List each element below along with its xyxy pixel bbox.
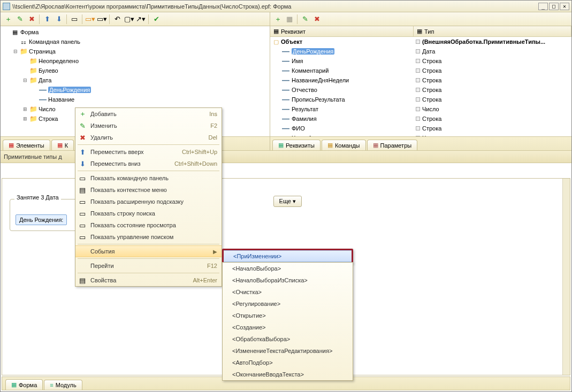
type-value: Дата — [422, 48, 435, 55]
tree-row[interactable]: ▦Форма — [3, 27, 270, 37]
menu-item[interactable]: ▭Показать строку поиска — [75, 207, 222, 219]
maximize-button[interactable]: □ — [549, 3, 559, 10]
type-value: Строка — [422, 58, 441, 64]
tree-label: ДеньРождения — [48, 87, 91, 93]
req-name: ФИО — [292, 125, 305, 132]
tool-button[interactable]: ↗▾ — [135, 14, 146, 25]
menu-item[interactable]: ▤Показать контекстное меню — [75, 184, 222, 196]
check-button[interactable]: ✔ — [151, 14, 162, 25]
add-button[interactable]: ＋ — [3, 14, 13, 25]
menu-item[interactable]: ▭Показать управление поиском — [75, 231, 222, 243]
grid-row[interactable]: —ДеньРожденияДата — [270, 47, 571, 56]
scrollbar[interactable] — [562, 179, 570, 375]
tool-button[interactable]: ▦ — [284, 14, 295, 25]
tab-parameters[interactable]: ▦Параметры — [367, 140, 418, 150]
menu-item[interactable]: <НачалоВыбора> — [223, 263, 353, 274]
menu-shortcut: F2 — [210, 122, 217, 129]
tab-form[interactable]: ▦Форма — [5, 379, 43, 390]
req-name: Результат — [292, 106, 318, 112]
tree-row[interactable]: ⊟📁Дата — [3, 75, 270, 85]
context-submenu[interactable]: <НачалоВыбора><НачалоВыбораИзСписка><Очи… — [222, 262, 353, 381]
tree-row[interactable]: ⚏Командная панель — [3, 37, 270, 47]
type-value: Строка — [422, 77, 441, 83]
minimize-button[interactable]: _ — [538, 3, 548, 10]
tree-row[interactable]: 📁Неопределено — [3, 56, 270, 66]
grid-row[interactable]: —НазваниеДняНеделиСтрока — [270, 75, 571, 85]
tree-row[interactable]: —ДеньРождения — [3, 85, 270, 95]
tree-label: Командная панель — [29, 39, 80, 45]
tab-requisites[interactable]: ▦Реквизиты — [272, 140, 321, 150]
menu-item[interactable]: ПерейтиF12 — [75, 260, 222, 272]
menu-item[interactable]: <Очистка> — [223, 286, 353, 298]
grid-row[interactable]: —ИмяСтрока — [270, 56, 571, 66]
menu-item[interactable]: ✖УдалитьDel — [75, 132, 222, 143]
context-menu[interactable]: ＋ДобавитьIns✎ИзменитьF2✖УдалитьDel⬆Перем… — [75, 107, 222, 287]
menu-icon: ⬇ — [78, 160, 87, 168]
menu-icon: ✎ — [78, 122, 87, 130]
tab-label: Элементы — [16, 142, 44, 149]
edit-button[interactable]: ✎ — [14, 14, 25, 25]
tab-elements[interactable]: ▦Элементы — [3, 140, 50, 150]
context-submenu-highlight[interactable]: <ПриИзменении> — [222, 249, 353, 264]
tab-commands[interactable]: ▦Команды — [322, 140, 366, 150]
menu-item[interactable]: <Открытие> — [223, 310, 353, 321]
grid-row[interactable]: —ФамилияСтрока — [270, 114, 571, 124]
grid-row[interactable]: —ПрописьРезультатаСтрока — [270, 95, 571, 104]
more-button[interactable]: Еще ▾ — [273, 196, 302, 207]
menu-icon: ▭ — [78, 210, 87, 218]
menu-separator — [78, 273, 219, 273]
tool-button[interactable]: ▭▾ — [96, 14, 107, 25]
menu-item[interactable]: ▤СвойстваAlt+Enter — [75, 274, 222, 286]
menu-item[interactable]: <ОкончаниеВводаТекста> — [223, 368, 353, 380]
tool-button[interactable]: ▢▾ — [124, 14, 134, 25]
type-icon — [416, 97, 420, 102]
menu-item[interactable]: ▭Показать состояние просмотра — [75, 219, 222, 231]
left-toolbar: ＋ ✎ ✖ ⬆ ⬇ ▭ ▭▾ ▭▾ ↶ ▢▾ ↗▾ ✔ — [1, 12, 270, 26]
menu-item[interactable]: ⬆Переместить вверхCtrl+Shift+Up — [75, 146, 222, 158]
menu-item-on-change[interactable]: <ПриИзменении> — [224, 250, 352, 262]
move-up-button[interactable]: ⬆ — [42, 14, 52, 25]
tree-row[interactable]: —Название — [3, 95, 270, 104]
menu-item[interactable]: ⬇Переместить внизCtrl+Shift+Down — [75, 158, 222, 170]
delete-button[interactable]: ✖ — [26, 14, 37, 25]
menu-item[interactable]: <НачалоВыбораИзСписка> — [223, 274, 353, 286]
grid-body[interactable]: ▢Объект(ВнешняяОбработка.ПримитивныеТипы… — [270, 37, 571, 150]
col-type[interactable]: ▦Тип — [414, 26, 571, 36]
menu-item[interactable]: <Регулирование> — [223, 298, 353, 310]
grid-row[interactable]: —ФИОСтрока — [270, 124, 571, 133]
menu-item[interactable]: События▶ — [75, 245, 222, 257]
grid-row[interactable]: —РезультатЧисло — [270, 104, 571, 114]
menu-label: Показать командную панель — [90, 175, 217, 181]
tab-module[interactable]: ≡Модуль — [44, 380, 82, 390]
tree-row[interactable]: ⊟📁Страница — [3, 47, 270, 56]
delete-button[interactable]: ✖ — [311, 14, 322, 25]
grid-row[interactable]: —ОтчествоСтрока — [270, 85, 571, 95]
menu-item[interactable]: ✎ИзменитьF2 — [75, 120, 222, 132]
grid-row[interactable]: —КомментарийСтрока — [270, 66, 571, 75]
add-button[interactable]: ＋ — [272, 14, 283, 25]
menu-item[interactable]: ▭Показать командную панель — [75, 172, 222, 184]
menu-item[interactable]: <АвтоПодбор> — [223, 357, 353, 368]
menu-item[interactable]: <Создание> — [223, 321, 353, 333]
type-icon — [416, 49, 420, 53]
menu-item[interactable]: ▭Показать расширенную подсказку — [75, 196, 222, 207]
close-button[interactable]: ✕ — [560, 3, 569, 10]
col-requisite[interactable]: ▦Реквизит — [270, 26, 414, 36]
tool-button[interactable]: ↶ — [112, 14, 123, 25]
type-icon — [416, 68, 420, 73]
tool-button[interactable]: ▭▾ — [85, 14, 95, 25]
edit-button[interactable]: ✎ — [300, 14, 310, 25]
field-icon: — — [282, 87, 289, 93]
menu-label: Удалить — [90, 134, 205, 141]
menu-item[interactable]: <ИзменениеТекстаРедактирования> — [223, 345, 353, 357]
group-title: Занятие 3 Дата — [14, 194, 61, 201]
move-down-button[interactable]: ⬇ — [54, 14, 64, 25]
tool-button[interactable]: ▭ — [69, 14, 80, 25]
field-label[interactable]: День Рождения: — [16, 214, 67, 225]
menu-label: Перейти — [90, 263, 204, 269]
tree-row[interactable]: 📁Булево — [3, 66, 270, 75]
grid-row[interactable]: ▢Объект(ВнешняяОбработка.ПримитивныеТипы… — [270, 37, 571, 47]
menu-item[interactable]: ＋ДобавитьIns — [75, 108, 222, 120]
tab-k[interactable]: ▦К — [51, 140, 74, 150]
menu-item[interactable]: <ОбработкаВыбора> — [223, 333, 353, 345]
